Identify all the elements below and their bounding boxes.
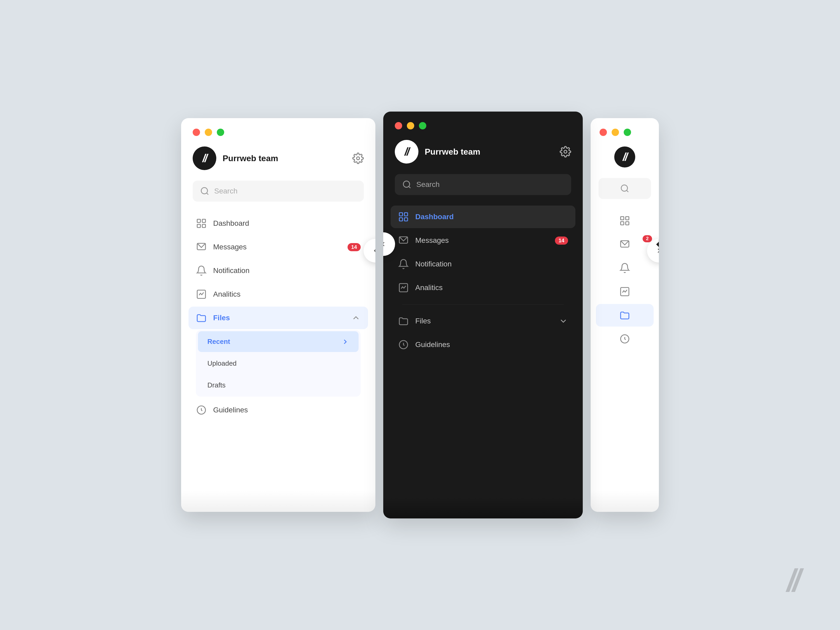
logo-2: // [395, 140, 418, 164]
panel-light-collapsed: // 2 Messages [591, 118, 659, 512]
analitics-icon-2 [398, 282, 409, 293]
messages-badge-2: 14 [555, 237, 568, 245]
logo-3: // [614, 147, 635, 167]
bottom-bar-2 [383, 497, 583, 518]
search-icon-2 [402, 180, 412, 189]
nav-item-notification-1[interactable]: Notification [188, 259, 368, 282]
messages-badge-1: 14 [347, 243, 361, 251]
svg-rect-5 [197, 224, 200, 227]
notification-icon-2 [398, 259, 409, 270]
nav-label-messages-1: Messages [213, 243, 341, 251]
gear-icon-2[interactable] [560, 146, 571, 158]
svg-point-11 [403, 181, 410, 188]
svg-rect-4 [202, 219, 205, 222]
watermark: // [787, 562, 798, 598]
search-box-3[interactable] [598, 178, 651, 199]
nav-item-files-3[interactable] [596, 304, 654, 327]
svg-point-10 [564, 150, 567, 153]
nav-section-1: Dashboard Messages 14 Notification [181, 212, 375, 421]
nav-item-messages-2[interactable]: Messages 14 [391, 229, 575, 252]
svg-rect-23 [626, 216, 629, 220]
svg-line-2 [207, 193, 208, 195]
panel-light-expanded: // Purrweb team Search Dashboard [181, 118, 375, 512]
nav-item-notification-3[interactable] [596, 257, 654, 279]
gear-icon-1[interactable] [352, 153, 364, 164]
svg-rect-14 [404, 213, 408, 216]
panel-dark-expanded: // Purrweb team Search Dashboard [383, 112, 583, 518]
nav-label-files-2: Files [415, 317, 552, 325]
svg-line-21 [627, 190, 628, 192]
svg-rect-13 [399, 213, 403, 216]
messages-icon-3 [619, 239, 630, 250]
nav-item-dashboard-2[interactable]: Dashboard [391, 205, 575, 228]
svg-rect-22 [621, 216, 624, 220]
nav-label-notification-1: Notification [213, 267, 361, 275]
nav-item-guidelines-2[interactable]: Guidelines [391, 333, 575, 356]
dot-green-1[interactable] [217, 129, 224, 136]
arrow-left-icon-1 [372, 247, 375, 254]
nav-label-dashboard-1: Dashboard [213, 219, 361, 227]
nav-item-guidelines-1[interactable]: Guidelines [188, 399, 368, 421]
nav-item-files-2[interactable]: Files [391, 310, 575, 332]
nav-item-dashboard-1[interactable]: Dashboard [188, 212, 368, 235]
window-controls-3 [591, 118, 659, 144]
messages-icon-1 [196, 242, 207, 253]
svg-rect-25 [626, 222, 629, 225]
files-chevron-1 [351, 313, 361, 323]
panel-header-2: // Purrweb team [383, 137, 583, 174]
dot-red-1[interactable] [193, 129, 200, 136]
dot-green-3[interactable] [624, 129, 631, 136]
svg-rect-6 [202, 224, 205, 227]
svg-rect-3 [197, 219, 200, 222]
sub-item-uploaded[interactable]: Uploaded [198, 353, 358, 374]
dot-yellow-2[interactable] [407, 122, 414, 129]
window-controls-2 [383, 112, 583, 137]
team-name-1: Purrweb team [223, 153, 352, 163]
nav-item-messages-1[interactable]: Messages 14 [188, 236, 368, 258]
nav-label-dashboard-2: Dashboard [415, 213, 568, 221]
dot-red-2[interactable] [395, 122, 402, 129]
guidelines-icon-2 [398, 339, 409, 350]
guidelines-icon-1 [196, 404, 207, 415]
nav-item-files-1[interactable]: Files [188, 306, 368, 329]
svg-line-12 [409, 186, 411, 188]
nav-label-guidelines-1: Guidelines [213, 406, 361, 414]
nav-item-notification-2[interactable]: Notification [391, 253, 575, 275]
nav-item-analitics-2[interactable]: Analitics [391, 276, 575, 299]
sub-item-drafts[interactable]: Drafts [198, 375, 358, 396]
bottom-bar-1 [181, 491, 375, 512]
nav-item-dashboard-3[interactable] [596, 210, 654, 232]
nav-item-analitics-1[interactable]: Analitics [188, 283, 368, 306]
nav-item-analitics-3[interactable] [596, 280, 654, 303]
window-controls-1 [181, 118, 375, 144]
arrow-right-icon-3 [655, 247, 659, 254]
panel-header-1: // Purrweb team [181, 144, 375, 181]
files-chevron-2 [559, 316, 568, 326]
notification-icon-3 [619, 262, 630, 273]
guidelines-icon-3 [619, 333, 630, 344]
analitics-icon-3 [619, 286, 630, 297]
sub-chevron-recent [341, 338, 349, 346]
sub-label-uploaded: Uploaded [207, 359, 237, 368]
dashboard-icon-3 [619, 215, 630, 226]
bottom-bar-3 [591, 491, 659, 512]
nav-label-files-1: Files [213, 314, 345, 322]
sub-item-recent[interactable]: Recent [198, 331, 358, 352]
logo-1: // [193, 147, 216, 170]
messages-icon-2 [398, 235, 409, 246]
nav-label-notification-2: Notification [415, 260, 568, 268]
svg-point-0 [357, 157, 360, 160]
search-box-2[interactable]: Search [395, 174, 571, 195]
svg-rect-16 [404, 218, 408, 221]
dot-yellow-1[interactable] [205, 129, 212, 136]
search-box-1[interactable]: Search [193, 181, 364, 202]
nav-item-guidelines-3[interactable] [596, 328, 654, 350]
files-icon-3 [619, 310, 630, 321]
dot-yellow-3[interactable] [612, 129, 619, 136]
logo-slash-1: // [202, 152, 206, 164]
dot-green-2[interactable] [419, 122, 426, 129]
nav-item-messages-3[interactable]: 2 Messages [596, 233, 654, 256]
nav-label-messages-2: Messages [415, 236, 549, 245]
svg-rect-15 [399, 218, 403, 221]
dot-red-3[interactable] [600, 129, 607, 136]
